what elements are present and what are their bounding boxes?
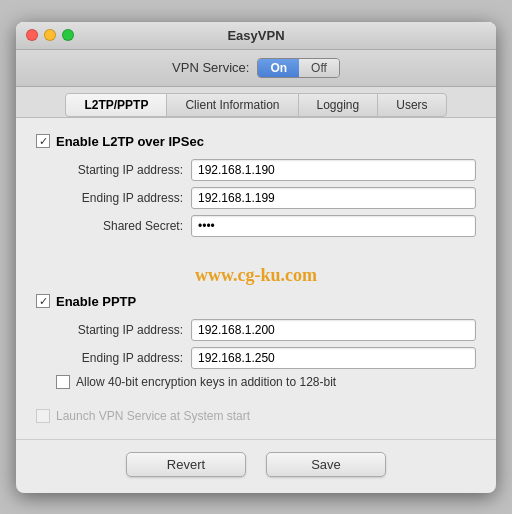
- tab-logging[interactable]: Logging: [298, 93, 379, 117]
- tab-client-information[interactable]: Client Information: [166, 93, 298, 117]
- button-bar: Revert Save: [16, 439, 496, 493]
- encryption-checkbox-row: Allow 40-bit encryption keys in addition…: [56, 375, 476, 389]
- close-button[interactable]: [26, 29, 38, 41]
- minimize-button[interactable]: [44, 29, 56, 41]
- tab-l2tp[interactable]: L2TP/PPTP: [65, 93, 167, 117]
- tabs-bar: L2TP/PPTP Client Information Logging Use…: [16, 87, 496, 118]
- launch-row: Launch VPN Service at System start: [36, 409, 476, 423]
- pptp-ending-ip-label: Ending IP address:: [36, 351, 191, 365]
- pptp-starting-ip-label: Starting IP address:: [36, 323, 191, 337]
- pptp-ending-ip-input[interactable]: [191, 347, 476, 369]
- launch-label: Launch VPN Service at System start: [56, 409, 250, 423]
- pptp-header: Enable PPTP: [36, 294, 476, 309]
- l2tp-header: Enable L2TP over IPSec: [36, 134, 476, 149]
- l2tp-section: Enable L2TP over IPSec Starting IP addre…: [36, 134, 476, 237]
- launch-checkbox[interactable]: [36, 409, 50, 423]
- l2tp-enable-label: Enable L2TP over IPSec: [56, 134, 204, 149]
- l2tp-shared-secret-input[interactable]: [191, 215, 476, 237]
- watermark: www.cg-ku.com: [36, 257, 476, 294]
- pptp-ending-ip-row: Ending IP address:: [36, 347, 476, 369]
- l2tp-ending-ip-label: Ending IP address:: [36, 191, 191, 205]
- vpn-off-button[interactable]: Off: [299, 59, 339, 77]
- save-button[interactable]: Save: [266, 452, 386, 477]
- vpn-service-bar: VPN Service: On Off: [16, 50, 496, 87]
- main-window: EasyVPN VPN Service: On Off L2TP/PPTP Cl…: [16, 22, 496, 493]
- traffic-lights: [26, 29, 74, 41]
- encryption-label: Allow 40-bit encryption keys in addition…: [76, 375, 336, 389]
- pptp-starting-ip-input[interactable]: [191, 319, 476, 341]
- pptp-starting-ip-row: Starting IP address:: [36, 319, 476, 341]
- revert-button[interactable]: Revert: [126, 452, 246, 477]
- pptp-enable-label: Enable PPTP: [56, 294, 136, 309]
- l2tp-starting-ip-label: Starting IP address:: [36, 163, 191, 177]
- encryption-checkbox[interactable]: [56, 375, 70, 389]
- window-title: EasyVPN: [227, 28, 284, 43]
- maximize-button[interactable]: [62, 29, 74, 41]
- pptp-enable-checkbox[interactable]: [36, 294, 50, 308]
- l2tp-shared-secret-label: Shared Secret:: [36, 219, 191, 233]
- pptp-section: Enable PPTP Starting IP address: Ending …: [36, 294, 476, 389]
- tab-users[interactable]: Users: [377, 93, 446, 117]
- l2tp-ending-ip-row: Ending IP address:: [36, 187, 476, 209]
- l2tp-ending-ip-input[interactable]: [191, 187, 476, 209]
- vpn-toggle-group: On Off: [257, 58, 339, 78]
- vpn-service-label: VPN Service:: [172, 60, 249, 75]
- main-content: Enable L2TP over IPSec Starting IP addre…: [16, 118, 496, 439]
- titlebar: EasyVPN: [16, 22, 496, 50]
- vpn-on-button[interactable]: On: [258, 59, 299, 77]
- l2tp-starting-ip-input[interactable]: [191, 159, 476, 181]
- l2tp-enable-checkbox[interactable]: [36, 134, 50, 148]
- l2tp-shared-secret-row: Shared Secret:: [36, 215, 476, 237]
- l2tp-starting-ip-row: Starting IP address:: [36, 159, 476, 181]
